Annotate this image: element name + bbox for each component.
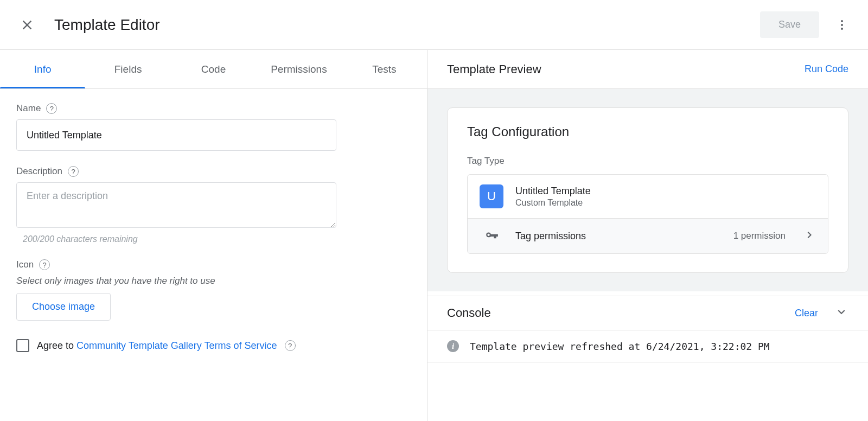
tag-name: Untitled Template [515, 186, 591, 197]
tag-subtype: Custom Template [515, 198, 591, 208]
permissions-count: 1 permission [733, 231, 786, 241]
description-input[interactable] [16, 182, 336, 228]
name-label: Name [16, 103, 41, 114]
tab-permissions[interactable]: Permissions [256, 50, 341, 88]
description-label: Description [16, 166, 62, 177]
svg-point-1 [841, 24, 843, 26]
tag-type-label: Tag Type [467, 156, 828, 167]
page-title: Template Editor [54, 16, 760, 34]
close-icon[interactable] [20, 17, 35, 33]
tab-fields[interactable]: Fields [85, 50, 170, 88]
agree-text: Agree to Community Template Gallery Term… [37, 340, 277, 352]
card-title: Tag Configuration [467, 124, 828, 139]
console-header: Console Clear [427, 296, 868, 330]
key-icon [480, 229, 503, 243]
tag-type-icon: U [480, 184, 503, 208]
tos-link[interactable]: Community Template Gallery Terms of Serv… [76, 340, 277, 351]
choose-image-button[interactable]: Choose image [16, 293, 111, 321]
char-count: 200/200 characters remaining [23, 234, 411, 244]
icon-hint: Select only images that you have the rig… [16, 276, 411, 286]
chevron-down-icon[interactable] [834, 305, 848, 321]
save-button[interactable]: Save [760, 11, 819, 38]
preview-area: Tag Configuration Tag Type U Untitled Te… [427, 89, 868, 291]
console-row: i Template preview refreshed at 6/24/202… [427, 330, 868, 362]
info-icon: i [447, 340, 459, 352]
tab-code[interactable]: Code [171, 50, 256, 88]
console-message: Template preview refreshed at 6/24/2021,… [470, 341, 770, 352]
tab-tests[interactable]: Tests [342, 50, 427, 88]
tag-config-card: Tag Configuration Tag Type U Untitled Te… [447, 107, 848, 273]
agree-checkbox[interactable] [16, 339, 29, 352]
right-pane: Template Preview Run Code Tag Configurat… [427, 50, 868, 421]
permissions-label: Tag permissions [515, 231, 722, 242]
run-code-button[interactable]: Run Code [805, 63, 848, 75]
console-title: Console [447, 306, 795, 320]
chevron-right-icon [803, 228, 816, 244]
help-icon[interactable]: ? [285, 340, 296, 351]
more-menu-icon[interactable] [831, 14, 853, 36]
left-pane: Info Fields Code Permissions Tests Name … [0, 50, 427, 421]
tab-info[interactable]: Info [0, 50, 85, 88]
help-icon[interactable]: ? [39, 259, 50, 270]
tabs: Info Fields Code Permissions Tests [0, 50, 427, 89]
name-input[interactable] [16, 119, 336, 151]
header: Template Editor Save [0, 0, 868, 50]
icon-label: Icon [16, 259, 34, 270]
help-icon[interactable]: ? [68, 166, 79, 177]
tag-permissions-row[interactable]: Tag permissions 1 permission [468, 218, 828, 253]
tag-type-row[interactable]: U Untitled Template Custom Template [468, 175, 828, 218]
svg-point-2 [841, 28, 843, 30]
svg-point-0 [841, 20, 843, 22]
clear-button[interactable]: Clear [795, 308, 818, 319]
preview-title: Template Preview [447, 62, 805, 76]
help-icon[interactable]: ? [46, 103, 57, 114]
